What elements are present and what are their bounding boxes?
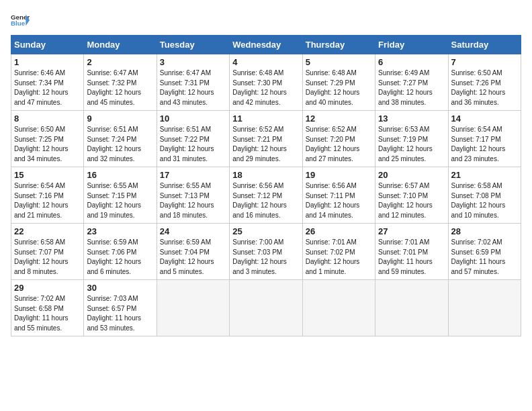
day-number: 3 [160,57,226,67]
calendar-cell: 3Sunrise: 6:47 AMSunset: 7:31 PMDaylight… [157,54,229,111]
calendar-cell: 23Sunrise: 6:59 AMSunset: 7:06 PMDayligh… [84,224,157,280]
day-number: 10 [160,113,226,124]
calendar-cell: 6Sunrise: 6:49 AMSunset: 7:27 PMDaylight… [375,54,448,111]
calendar-cell: 29Sunrise: 7:02 AMSunset: 6:58 PMDayligh… [11,280,84,336]
calendar-cell: 11Sunrise: 6:52 AMSunset: 7:21 PMDayligh… [230,111,302,167]
day-info: Sunrise: 6:55 AMSunset: 7:15 PMDaylight:… [87,182,141,219]
day-number: 7 [451,57,518,67]
weekday-header-wednesday: Wednesday [230,36,302,54]
day-info: Sunrise: 6:59 AMSunset: 7:04 PMDaylight:… [160,238,214,275]
day-number: 5 [306,57,372,67]
calendar-cell: 19Sunrise: 6:56 AMSunset: 7:11 PMDayligh… [302,167,375,224]
day-info: Sunrise: 6:58 AMSunset: 7:08 PMDaylight:… [451,182,506,219]
day-number: 26 [306,226,372,236]
calendar-cell: 24Sunrise: 6:59 AMSunset: 7:04 PMDayligh… [157,224,229,280]
day-info: Sunrise: 6:51 AMSunset: 7:24 PMDaylight:… [87,126,141,163]
logo: General Blue [11,11,30,30]
page-header: General Blue [11,11,521,30]
weekday-header-friday: Friday [375,36,448,54]
calendar-cell: 14Sunrise: 6:54 AMSunset: 7:17 PMDayligh… [448,111,521,167]
weekday-header-sunday: Sunday [11,36,84,54]
calendar-cell: 9Sunrise: 6:51 AMSunset: 7:24 PMDaylight… [84,111,157,167]
day-info: Sunrise: 6:51 AMSunset: 7:22 PMDaylight:… [160,126,214,163]
calendar-cell: 10Sunrise: 6:51 AMSunset: 7:22 PMDayligh… [157,111,229,167]
calendar-cell: 5Sunrise: 6:48 AMSunset: 7:29 PMDaylight… [302,54,375,111]
day-number: 13 [378,113,445,124]
day-number: 19 [306,170,372,180]
weekday-header-tuesday: Tuesday [157,36,229,54]
day-number: 2 [87,57,153,67]
calendar-cell: 25Sunrise: 7:00 AMSunset: 7:03 PMDayligh… [230,224,302,280]
calendar-cell [230,280,302,336]
day-info: Sunrise: 6:46 AMSunset: 7:34 PMDaylight:… [14,69,69,106]
calendar-cell: 26Sunrise: 7:01 AMSunset: 7:02 PMDayligh… [302,224,375,280]
day-info: Sunrise: 6:48 AMSunset: 7:29 PMDaylight:… [306,69,360,106]
calendar-cell: 13Sunrise: 6:53 AMSunset: 7:19 PMDayligh… [375,111,448,167]
day-info: Sunrise: 7:01 AMSunset: 7:01 PMDaylight:… [378,238,433,275]
day-number: 23 [87,226,153,236]
day-info: Sunrise: 7:00 AMSunset: 7:03 PMDaylight:… [232,238,287,275]
calendar-week-4: 22Sunrise: 6:58 AMSunset: 7:07 PMDayligh… [11,224,521,280]
day-info: Sunrise: 6:50 AMSunset: 7:25 PMDaylight:… [14,126,69,163]
weekday-header-monday: Monday [84,36,157,54]
day-number: 28 [451,226,518,236]
day-info: Sunrise: 7:02 AMSunset: 6:58 PMDaylight:… [14,295,69,332]
calendar-cell: 12Sunrise: 6:52 AMSunset: 7:20 PMDayligh… [302,111,375,167]
day-info: Sunrise: 6:56 AMSunset: 7:12 PMDaylight:… [232,182,287,219]
calendar-cell: 18Sunrise: 6:56 AMSunset: 7:12 PMDayligh… [230,167,302,224]
day-number: 1 [14,57,81,67]
calendar-cell: 21Sunrise: 6:58 AMSunset: 7:08 PMDayligh… [448,167,521,224]
calendar-week-5: 29Sunrise: 7:02 AMSunset: 6:58 PMDayligh… [11,280,521,336]
day-number: 24 [160,226,226,236]
calendar-table: SundayMondayTuesdayWednesdayThursdayFrid… [11,35,521,336]
day-info: Sunrise: 6:53 AMSunset: 7:19 PMDaylight:… [378,126,433,163]
day-number: 29 [14,283,81,293]
day-info: Sunrise: 6:47 AMSunset: 7:31 PMDaylight:… [160,69,214,106]
calendar-cell: 28Sunrise: 7:02 AMSunset: 6:59 PMDayligh… [448,224,521,280]
day-number: 8 [14,113,81,124]
day-number: 4 [232,57,299,67]
day-number: 18 [232,170,299,180]
day-number: 11 [232,113,299,124]
day-info: Sunrise: 6:48 AMSunset: 7:30 PMDaylight:… [232,69,287,106]
day-number: 25 [232,226,299,236]
logo-icon: General Blue [11,11,30,30]
day-info: Sunrise: 6:47 AMSunset: 7:32 PMDaylight:… [87,69,141,106]
day-info: Sunrise: 6:52 AMSunset: 7:21 PMDaylight:… [232,126,287,163]
day-info: Sunrise: 6:54 AMSunset: 7:16 PMDaylight:… [14,182,69,219]
calendar-cell: 2Sunrise: 6:47 AMSunset: 7:32 PMDaylight… [84,54,157,111]
calendar-cell [448,280,521,336]
calendar-cell: 20Sunrise: 6:57 AMSunset: 7:10 PMDayligh… [375,167,448,224]
calendar-cell: 7Sunrise: 6:50 AMSunset: 7:26 PMDaylight… [448,54,521,111]
day-info: Sunrise: 6:55 AMSunset: 7:13 PMDaylight:… [160,182,214,219]
day-number: 30 [87,283,153,293]
day-info: Sunrise: 7:01 AMSunset: 7:02 PMDaylight:… [306,238,360,275]
day-info: Sunrise: 6:56 AMSunset: 7:11 PMDaylight:… [306,182,360,219]
weekday-header-thursday: Thursday [302,36,375,54]
calendar-week-2: 8Sunrise: 6:50 AMSunset: 7:25 PMDaylight… [11,111,521,167]
day-number: 17 [160,170,226,180]
day-info: Sunrise: 6:50 AMSunset: 7:26 PMDaylight:… [451,69,506,106]
calendar-week-3: 15Sunrise: 6:54 AMSunset: 7:16 PMDayligh… [11,167,521,224]
calendar-cell: 4Sunrise: 6:48 AMSunset: 7:30 PMDaylight… [230,54,302,111]
day-number: 21 [451,170,518,180]
day-number: 15 [14,170,81,180]
weekday-header-saturday: Saturday [448,36,521,54]
day-info: Sunrise: 6:49 AMSunset: 7:27 PMDaylight:… [378,69,433,106]
calendar-cell [302,280,375,336]
day-info: Sunrise: 6:58 AMSunset: 7:07 PMDaylight:… [14,238,69,275]
calendar-cell: 15Sunrise: 6:54 AMSunset: 7:16 PMDayligh… [11,167,84,224]
calendar-cell: 1Sunrise: 6:46 AMSunset: 7:34 PMDaylight… [11,54,84,111]
calendar-cell: 16Sunrise: 6:55 AMSunset: 7:15 PMDayligh… [84,167,157,224]
day-number: 9 [87,113,153,124]
calendar-cell: 8Sunrise: 6:50 AMSunset: 7:25 PMDaylight… [11,111,84,167]
day-number: 27 [378,226,445,236]
calendar-cell [157,280,229,336]
day-number: 22 [14,226,81,236]
calendar-cell [375,280,448,336]
calendar-week-1: 1Sunrise: 6:46 AMSunset: 7:34 PMDaylight… [11,54,521,111]
day-info: Sunrise: 6:59 AMSunset: 7:06 PMDaylight:… [87,238,141,275]
day-number: 16 [87,170,153,180]
day-number: 14 [451,113,518,124]
day-info: Sunrise: 7:03 AMSunset: 6:57 PMDaylight:… [87,295,141,332]
